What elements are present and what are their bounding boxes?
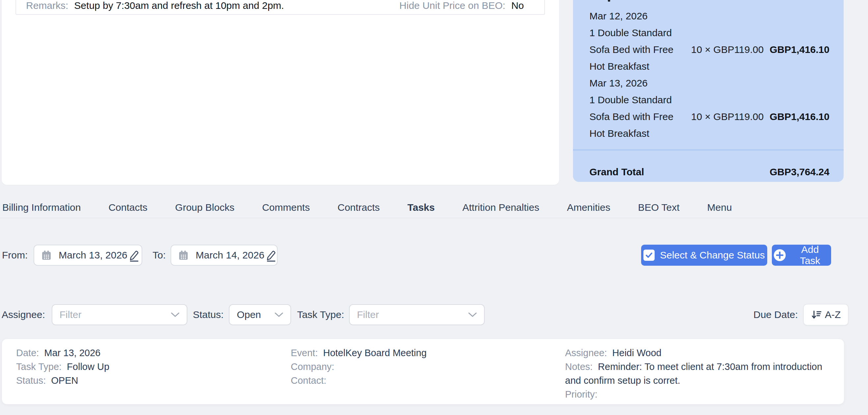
to-label: To:: [152, 250, 166, 261]
edit-pencil-icon[interactable]: [265, 249, 278, 262]
pricing-item-description: 1 Double Standard Sofa Bed with Free Hot…: [589, 24, 691, 75]
task-contact-label: Contact:: [291, 375, 326, 386]
tasks-page: Remarks: Setup by 7:30am and refresh at …: [0, 0, 868, 415]
tab-tasks[interactable]: Tasks: [407, 202, 435, 213]
remarks-value: Setup by 7:30am and refresh at 10pm and …: [74, 0, 284, 11]
task-priority-label: Priority:: [565, 389, 597, 400]
task-assignee-label: Assignee:: [565, 348, 607, 358]
task-card-col-middle: Event:HotelKey Board Meeting Company: Co…: [291, 346, 541, 387]
task-assignee-row: Assignee:Heidi Wood: [565, 346, 829, 360]
task-date-value: Mar 13, 2026: [44, 348, 100, 358]
task-company-label: Company:: [291, 361, 334, 372]
task-notes-label: Notes:: [565, 361, 593, 372]
assignee-filter-select[interactable]: Filter: [52, 304, 187, 325]
due-date-label: Due Date:: [753, 309, 798, 320]
event-details-card: Remarks: Setup by 7:30am and refresh at …: [2, 0, 559, 185]
pricing-item-total: GBP1,416.10: [770, 41, 830, 58]
tab-comments[interactable]: Comments: [262, 202, 310, 213]
pricing-line-item: 1 Double Standard Sofa Bed with Free Hot…: [589, 24, 830, 75]
date-range-row: From: March 13, 2026: [2, 245, 278, 266]
task-card[interactable]: Date:Mar 13, 2026 Task Type:Follow Up St…: [2, 339, 844, 405]
select-change-status-label: Select & Change Status: [660, 250, 765, 261]
chevron-down-icon: [468, 312, 477, 317]
cutoff-text-artifact: [608, 0, 610, 2]
task-status-row: Status:OPEN: [16, 374, 253, 387]
task-type-value: Follow Up: [67, 361, 109, 372]
pricing-item-qty-price: 10 × GBP119.00: [691, 41, 764, 58]
pricing-item-description: 1 Double Standard Sofa Bed with Free Hot…: [589, 92, 691, 142]
remarks-box: Remarks: Setup by 7:30am and refresh at …: [16, 0, 545, 15]
task-contact-row: Contact:: [291, 374, 541, 387]
status-filter-value: Open: [237, 309, 261, 320]
calendar-icon: [41, 250, 51, 261]
select-change-status-button[interactable]: Select & Change Status: [641, 245, 767, 266]
task-type-filter-select[interactable]: Filter: [349, 304, 485, 325]
grand-total-row: Grand Total GBP3,764.24: [573, 164, 844, 180]
task-type-label: Task Type:: [16, 361, 62, 372]
pricing-summary-panel: Mar 12, 2026 1 Double Standard Sofa Bed …: [573, 0, 844, 182]
to-date-picker[interactable]: March 14, 2026: [170, 245, 278, 266]
task-type-filter-placeholder: Filter: [357, 309, 379, 320]
task-filters-row: Assignee: Filter Status: Open Task Type:…: [2, 304, 485, 325]
detail-tabs: Billing Information Contacts Group Block…: [0, 197, 868, 218]
pricing-divider: [573, 150, 844, 150]
tab-contracts[interactable]: Contracts: [338, 202, 380, 213]
add-task-button[interactable]: Add Task: [772, 245, 831, 266]
task-event-label: Event:: [291, 348, 318, 358]
add-task-label: Add Task: [791, 244, 829, 266]
task-card-col-left: Date:Mar 13, 2026 Task Type:Follow Up St…: [16, 346, 253, 387]
sort-az-button[interactable]: A-Z: [803, 304, 848, 325]
due-date-sort-group: Due Date: A-Z: [753, 304, 848, 326]
pricing-date: Mar 13, 2026: [589, 75, 830, 92]
task-event-row: Event:HotelKey Board Meeting: [291, 346, 541, 360]
hide-unit-price-label: Hide Unit Price on BEO:: [399, 0, 505, 11]
task-notes-row: Notes:Reminder: To meet client at 7:30am…: [565, 360, 829, 387]
hide-unit-price-value: No: [512, 0, 524, 11]
hide-unit-price-group: Hide Unit Price on BEO: No: [399, 0, 524, 11]
assignee-filter-label: Assignee:: [2, 309, 45, 320]
pricing-date: Mar 12, 2026: [589, 7, 830, 24]
plus-circle-icon: [774, 249, 786, 261]
tab-attrition-penalties[interactable]: Attrition Penalties: [462, 202, 539, 213]
tab-billing-information[interactable]: Billing Information: [2, 202, 81, 213]
task-card-col-right: Assignee:Heidi Wood Notes:Reminder: To m…: [565, 346, 829, 401]
task-company-row: Company:: [291, 360, 541, 374]
pricing-item-qty-price: 10 × GBP119.00: [691, 108, 764, 125]
pricing-item-total: GBP1,416.10: [770, 108, 830, 125]
to-date-value: March 14, 2026: [195, 250, 264, 261]
tab-beo-text[interactable]: BEO Text: [638, 202, 679, 213]
pricing-line-item: 1 Double Standard Sofa Bed with Free Hot…: [589, 92, 830, 142]
tab-contacts[interactable]: Contacts: [108, 202, 147, 213]
grand-total-label: Grand Total: [589, 164, 644, 180]
task-type-filter-label: Task Type:: [297, 309, 344, 320]
sort-az-label: A-Z: [825, 309, 841, 320]
task-type-row: Task Type:Follow Up: [16, 360, 253, 374]
grand-total-value: GBP3,764.24: [770, 164, 830, 180]
task-status-label: Status:: [16, 375, 46, 386]
tab-group-blocks[interactable]: Group Blocks: [175, 202, 235, 213]
task-notes-value: Reminder: To meet client at 7:30am from …: [565, 361, 822, 386]
calendar-icon: [179, 250, 188, 261]
checkbox-check-icon: [644, 250, 655, 261]
status-filter-select[interactable]: Open: [229, 304, 291, 325]
task-priority-row: Priority:: [565, 387, 829, 401]
task-date-row: Date:Mar 13, 2026: [16, 346, 253, 360]
from-date-value: March 13, 2026: [59, 250, 127, 261]
status-filter-label: Status:: [193, 309, 224, 320]
chevron-down-icon: [275, 312, 283, 317]
chevron-down-icon: [171, 312, 180, 317]
from-date-picker[interactable]: March 13, 2026: [34, 245, 142, 266]
from-label: From:: [2, 250, 28, 261]
task-assignee-value: Heidi Wood: [612, 348, 661, 358]
sort-descending-icon: [811, 310, 822, 320]
task-status-value: OPEN: [51, 375, 78, 386]
task-event-value: HotelKey Board Meeting: [323, 348, 427, 358]
tab-menu[interactable]: Menu: [707, 202, 732, 213]
task-date-label: Date:: [16, 348, 39, 358]
tab-amenities[interactable]: Amenities: [567, 202, 611, 213]
assignee-filter-placeholder: Filter: [60, 309, 82, 320]
pricing-panel-body: Mar 12, 2026 1 Double Standard Sofa Bed …: [573, 0, 844, 142]
edit-pencil-icon[interactable]: [127, 249, 141, 262]
remarks-label: Remarks:: [26, 0, 68, 11]
